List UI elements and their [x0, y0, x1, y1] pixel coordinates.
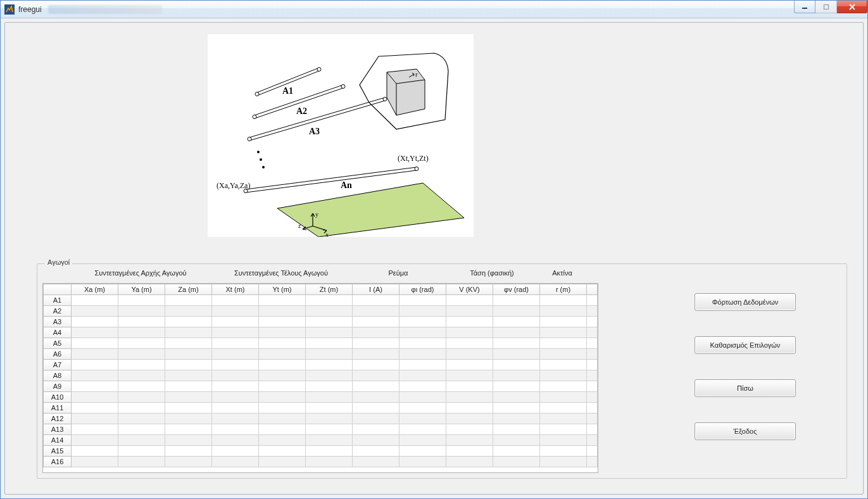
cell[interactable] — [72, 392, 118, 403]
cell[interactable] — [353, 424, 399, 435]
cell[interactable] — [493, 317, 540, 327]
col-i[interactable]: I (A) — [353, 284, 399, 295]
cell[interactable] — [540, 295, 587, 306]
cell[interactable] — [212, 306, 259, 317]
cell[interactable] — [446, 403, 493, 414]
cell[interactable] — [165, 317, 212, 327]
cell[interactable] — [212, 360, 259, 370]
cell[interactable] — [353, 306, 399, 317]
cell[interactable] — [118, 392, 165, 403]
cell[interactable] — [118, 424, 165, 435]
cell[interactable] — [306, 306, 353, 317]
cell[interactable] — [446, 360, 493, 370]
cell[interactable] — [493, 424, 540, 435]
cell[interactable] — [399, 295, 446, 306]
cell[interactable] — [259, 327, 306, 338]
cell[interactable] — [259, 446, 306, 457]
close-button[interactable] — [837, 1, 867, 13]
cell[interactable] — [493, 349, 540, 360]
cell[interactable] — [72, 327, 118, 338]
cell[interactable] — [72, 446, 118, 457]
cell[interactable] — [118, 446, 165, 457]
cell[interactable] — [493, 381, 540, 392]
cell[interactable] — [446, 338, 493, 349]
row-header[interactable]: A13 — [44, 424, 72, 435]
cell[interactable] — [306, 381, 353, 392]
cell[interactable] — [212, 424, 259, 435]
col-za[interactable]: Za (m) — [165, 284, 212, 295]
cell[interactable] — [446, 349, 493, 360]
cell[interactable] — [165, 424, 212, 435]
cell[interactable] — [493, 403, 540, 414]
cell[interactable] — [212, 349, 259, 360]
cell[interactable] — [118, 349, 165, 360]
minimize-button[interactable] — [794, 1, 815, 13]
cell[interactable] — [540, 370, 587, 381]
cell[interactable] — [540, 317, 587, 327]
cell[interactable] — [306, 435, 353, 446]
cell[interactable] — [399, 338, 446, 349]
cell[interactable] — [446, 295, 493, 306]
cell[interactable] — [165, 457, 212, 467]
cell[interactable] — [540, 446, 587, 457]
row-header[interactable]: A15 — [44, 446, 72, 457]
cell[interactable] — [259, 392, 306, 403]
cell[interactable] — [306, 360, 353, 370]
row-header[interactable]: A1 — [44, 295, 72, 306]
cell[interactable] — [306, 349, 353, 360]
cell[interactable] — [353, 295, 399, 306]
cell[interactable] — [212, 457, 259, 467]
cell[interactable] — [446, 435, 493, 446]
cell[interactable] — [493, 295, 540, 306]
row-header[interactable]: A7 — [44, 360, 72, 370]
titlebar[interactable]: freegui — [1, 1, 867, 18]
cell[interactable] — [165, 338, 212, 349]
cell[interactable] — [212, 446, 259, 457]
row-header[interactable]: A9 — [44, 381, 72, 392]
cell[interactable] — [118, 403, 165, 414]
cell[interactable] — [72, 435, 118, 446]
cell[interactable] — [212, 317, 259, 327]
cell[interactable] — [72, 403, 118, 414]
cell[interactable] — [72, 457, 118, 467]
cell[interactable] — [306, 392, 353, 403]
col-phi-i[interactable]: φι (rad) — [399, 284, 446, 295]
cell[interactable] — [306, 317, 353, 327]
cell[interactable] — [353, 317, 399, 327]
cell[interactable] — [259, 457, 306, 467]
load-data-button[interactable]: Φόρτωση Δεδομένων — [695, 293, 796, 311]
cell[interactable] — [118, 435, 165, 446]
cell[interactable] — [306, 327, 353, 338]
cell[interactable] — [353, 392, 399, 403]
cell[interactable] — [493, 327, 540, 338]
cell[interactable] — [72, 360, 118, 370]
cell[interactable] — [399, 327, 446, 338]
cell[interactable] — [540, 457, 587, 467]
cell[interactable] — [212, 295, 259, 306]
cell[interactable] — [72, 306, 118, 317]
cell[interactable] — [165, 403, 212, 414]
cell[interactable] — [306, 295, 353, 306]
cell[interactable] — [493, 338, 540, 349]
cell[interactable] — [493, 446, 540, 457]
cell[interactable] — [446, 317, 493, 327]
clear-selections-button[interactable]: Καθαρισμός Επιλογών — [695, 336, 796, 354]
row-header[interactable]: A3 — [44, 317, 72, 327]
cell[interactable] — [446, 327, 493, 338]
col-v[interactable]: V (KV) — [446, 284, 493, 295]
cell[interactable] — [353, 446, 399, 457]
cell[interactable] — [118, 338, 165, 349]
cell[interactable] — [72, 295, 118, 306]
cell[interactable] — [212, 381, 259, 392]
cell[interactable] — [446, 424, 493, 435]
cell[interactable] — [259, 435, 306, 446]
cell[interactable] — [259, 403, 306, 414]
cell[interactable] — [493, 306, 540, 317]
cell[interactable] — [72, 349, 118, 360]
cell[interactable] — [259, 424, 306, 435]
cell[interactable] — [353, 349, 399, 360]
cell[interactable] — [72, 370, 118, 381]
cell[interactable] — [540, 435, 587, 446]
cell[interactable] — [399, 349, 446, 360]
cell[interactable] — [259, 381, 306, 392]
